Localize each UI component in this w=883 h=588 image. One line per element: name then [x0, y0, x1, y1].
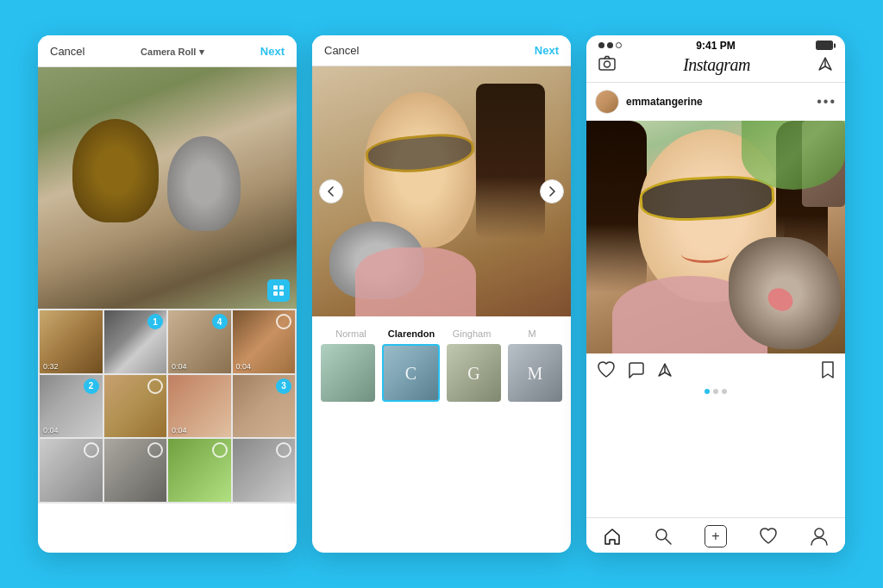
filter-letter-m: M [528, 363, 543, 383]
save-button[interactable] [821, 360, 835, 384]
signal-dot-2 [607, 42, 613, 48]
dot-3 [722, 389, 727, 394]
selection-badge: 1 [147, 314, 163, 329]
filter-labels: Normal Clarendon Gingham M [321, 328, 562, 339]
post-user-info: emmatangerine [595, 90, 703, 114]
camera-roll-title-text: Camera Roll [141, 47, 196, 57]
share-button[interactable] [657, 362, 673, 382]
next-button[interactable]: Next [535, 44, 559, 57]
send-icon[interactable] [817, 56, 833, 75]
svg-rect-1 [279, 285, 284, 290]
status-time: 9:41 PM [696, 40, 735, 52]
filter-thumb-normal[interactable] [321, 344, 375, 402]
filter-thumbnails: C G M [321, 344, 562, 402]
phone-instagram: 9:41 PM Instagram [586, 35, 845, 553]
svg-rect-2 [273, 291, 278, 296]
search-nav-icon [654, 528, 672, 545]
next-button[interactable]: Next [260, 45, 285, 58]
filter-preview-image [312, 66, 571, 316]
next-photo-button[interactable] [540, 179, 564, 203]
battery-fill [817, 41, 832, 49]
camera-svg [598, 55, 616, 71]
filter-thumb-gingham[interactable]: G [447, 344, 501, 402]
thumbnail-5[interactable]: 2 0:04 [40, 375, 103, 438]
duration-label: 0:04 [236, 362, 252, 371]
thumbnail-8[interactable]: 3 [233, 375, 296, 438]
thumbnail-7[interactable]: 0:04 [168, 375, 231, 438]
phone-filter: Cancel Next Normal [312, 35, 571, 553]
more-options-button[interactable]: ••• [817, 94, 836, 109]
activity-nav-button[interactable] [758, 526, 779, 547]
camera-icon[interactable] [598, 55, 616, 75]
main-preview-image [38, 67, 297, 309]
svg-rect-4 [599, 59, 615, 70]
instagram-top-nav: Instagram [586, 52, 845, 83]
signal-indicators [598, 42, 622, 48]
prev-photo-button[interactable] [319, 179, 343, 203]
duration-label: 0:04 [43, 426, 59, 435]
battery-area [816, 41, 833, 50]
post-actions [586, 353, 845, 387]
thumbnail-6[interactable] [104, 375, 167, 438]
selection-badge: 2 [84, 378, 99, 394]
thumbnail-grid: 0:32 1 4 0:04 0:04 2 0:04 0:04 3 [38, 309, 297, 504]
like-button[interactable] [597, 361, 616, 384]
post-scene [586, 121, 845, 353]
filter-thumb-clarendon[interactable]: C [382, 344, 440, 402]
filter-label-gingham: Gingham [442, 328, 502, 339]
empty-badge [276, 314, 291, 329]
filter-label-clarendon: Clarendon [381, 328, 442, 339]
multi-select-button[interactable] [267, 279, 290, 302]
filter-thumb-moon[interactable]: M [508, 344, 562, 402]
user-avatar[interactable] [595, 90, 619, 114]
cancel-button[interactable]: Cancel [324, 44, 359, 57]
thumbnail-10[interactable] [104, 439, 167, 502]
filter-label-normal: Normal [321, 328, 381, 339]
selection-badge: 3 [276, 378, 291, 394]
post-photo-bg [586, 121, 845, 353]
home-icon [603, 527, 622, 546]
cancel-button[interactable]: Cancel [50, 45, 85, 58]
dot-2 [713, 389, 718, 394]
thumbnail-12[interactable] [233, 439, 296, 502]
smile [681, 246, 729, 263]
profile-nav-button[interactable] [809, 526, 830, 547]
post-photo [586, 121, 845, 353]
heart-nav-icon [759, 528, 778, 545]
phone-camera-roll: Cancel Camera Roll ▾ Next 0:32 1 [38, 35, 297, 553]
signal-dot-1 [598, 42, 604, 48]
add-post-button[interactable]: + [705, 525, 727, 547]
empty-badge [212, 442, 228, 458]
signal-dot-3 [616, 42, 622, 48]
home-nav-button[interactable] [602, 526, 623, 547]
greenery [742, 121, 845, 190]
svg-point-8 [656, 529, 667, 540]
camera-roll-header: Cancel Camera Roll ▾ Next [38, 35, 297, 67]
thumbnail-9[interactable] [40, 439, 103, 502]
filter-letter-c: C [405, 363, 416, 383]
instagram-bottom-nav: + [586, 517, 845, 553]
filter-header: Cancel Next [312, 35, 571, 66]
empty-badge [147, 442, 163, 458]
thumbnail-2[interactable]: 1 [104, 310, 167, 373]
dot-1 [705, 389, 710, 394]
thumbnail-1[interactable]: 0:32 [40, 310, 103, 373]
filter-letter-g: G [467, 363, 479, 383]
thumbnail-3[interactable]: 4 0:04 [168, 310, 231, 373]
selection-badge: 4 [212, 314, 228, 329]
battery-icon [816, 41, 833, 50]
thumbnail-11[interactable] [168, 439, 231, 502]
send-svg [817, 56, 833, 72]
dog-photo-bg [38, 67, 297, 309]
thumbnail-4[interactable]: 0:04 [233, 310, 296, 373]
search-nav-button[interactable] [653, 526, 673, 547]
comment-icon [628, 361, 645, 378]
hair-shape [476, 84, 545, 239]
chevron-left-icon [328, 186, 335, 197]
svg-rect-3 [279, 291, 284, 296]
username-label[interactable]: emmatangerine [626, 96, 703, 108]
svg-line-9 [666, 539, 671, 544]
comment-button[interactable] [628, 361, 645, 383]
camera-roll-dropdown-icon[interactable]: ▾ [199, 47, 204, 57]
post-header: emmatangerine ••• [586, 83, 845, 121]
